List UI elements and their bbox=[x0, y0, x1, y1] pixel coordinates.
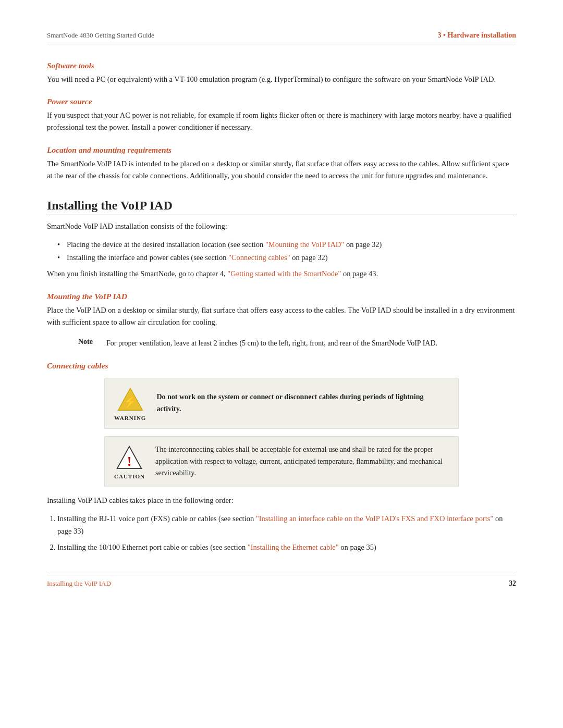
num2-after: on page 35) bbox=[339, 543, 376, 551]
header-right: 3 • Hardware installation bbox=[438, 31, 516, 40]
caution-box: ! CAUTION The interconnecting cables sha… bbox=[104, 436, 459, 487]
installing-voip-heading: Installing the VoIP IAD bbox=[47, 199, 516, 215]
software-tools-body: You will need a PC (or equivalent) with … bbox=[47, 73, 516, 85]
location-title: Location and mounting requirements bbox=[47, 145, 516, 155]
bullet-mounting-link[interactable]: "Mounting the VoIP IAD" bbox=[265, 240, 344, 249]
caution-icon-group: ! CAUTION bbox=[114, 444, 145, 479]
caution-label: CAUTION bbox=[114, 473, 145, 479]
mounting-section: Mounting the VoIP IAD Place the VoIP IAD… bbox=[47, 292, 516, 350]
power-source-section: Power source If you suspect that your AC… bbox=[47, 97, 516, 133]
bullet-item-cables: Installing the interface and power cable… bbox=[57, 251, 516, 264]
installing-intro: SmartNode VoIP IAD installation consists… bbox=[47, 220, 516, 233]
finish-para: When you finish installing the SmartNode… bbox=[47, 268, 516, 280]
connecting-section: Connecting cables ⚡ WARNING Do not work … bbox=[47, 361, 516, 554]
software-tools-title: Software tools bbox=[47, 61, 516, 70]
header-left: SmartNode 4830 Getting Started Guide bbox=[47, 31, 154, 40]
power-source-body: If you suspect that your AC power is not… bbox=[47, 109, 516, 133]
finish-link[interactable]: "Getting started with the SmartNode" bbox=[227, 269, 341, 278]
installing-bullet-list: Placing the device at the desired instal… bbox=[57, 238, 516, 264]
page: SmartNode 4830 Getting Started Guide 3 •… bbox=[0, 0, 563, 728]
caution-triangle-icon: ! bbox=[116, 444, 143, 471]
location-section: Location and mounting requirements The S… bbox=[47, 145, 516, 182]
svg-text:!: ! bbox=[127, 454, 132, 469]
finish-before: When you finish installing the SmartNode… bbox=[47, 269, 227, 278]
cables-numbered-list: Installing the RJ-11 voice port (FXS) ca… bbox=[57, 512, 516, 554]
finish-after: on page 43. bbox=[341, 269, 378, 278]
svg-text:⚡: ⚡ bbox=[123, 394, 138, 409]
num2-link[interactable]: "Installing the Ethernet cable" bbox=[248, 543, 339, 551]
connecting-title: Connecting cables bbox=[47, 361, 516, 371]
warning-bold-text: Do not work on the system or connect or … bbox=[156, 393, 423, 412]
header-chapter-number: 3 bbox=[438, 31, 442, 39]
note-text: For proper ventilation, leave at least 2… bbox=[106, 338, 437, 349]
installing-voip-section: Installing the VoIP IAD SmartNode VoIP I… bbox=[47, 199, 516, 280]
mounting-title: Mounting the VoIP IAD bbox=[47, 292, 516, 301]
numbered-item-1: Installing the RJ-11 voice port (FXS) ca… bbox=[57, 512, 516, 538]
page-footer: Installing the VoIP IAD 32 bbox=[47, 575, 516, 588]
bullet-mounting-after: on page 32) bbox=[344, 240, 382, 249]
bullet-mounting-before: Placing the device at the desired instal… bbox=[67, 240, 265, 249]
caution-text: The interconnecting cables shall be acce… bbox=[155, 444, 449, 479]
bullet-cables-before: Installing the interface and power cable… bbox=[67, 253, 228, 262]
bullet-item-mounting: Placing the device at the desired instal… bbox=[57, 238, 516, 251]
bullet-cables-link[interactable]: "Connecting cables" bbox=[228, 253, 290, 262]
numbered-item-2: Installing the 10/100 Ethernet port cabl… bbox=[57, 541, 516, 554]
footer-left: Installing the VoIP IAD bbox=[47, 579, 111, 588]
header-chapter-label: Hardware installation bbox=[447, 31, 516, 39]
note-block: Note For proper ventilation, leave at le… bbox=[78, 338, 516, 349]
cables-order-intro: Installing VoIP IAD cables takes place i… bbox=[47, 495, 516, 507]
num1-before: Installing the RJ-11 voice port (FXS) ca… bbox=[57, 514, 256, 523]
note-label: Note bbox=[78, 338, 98, 346]
num1-link[interactable]: "Installing an interface cable on the Vo… bbox=[256, 514, 494, 523]
power-source-title: Power source bbox=[47, 97, 516, 106]
mounting-body: Place the VoIP IAD on a desktop or simil… bbox=[47, 304, 516, 328]
num2-before: Installing the 10/100 Ethernet port cabl… bbox=[57, 543, 248, 551]
warning-label: WARNING bbox=[114, 415, 146, 421]
software-tools-section: Software tools You will need a PC (or eq… bbox=[47, 61, 516, 85]
warning-triangle-icon: ⚡ bbox=[117, 386, 144, 413]
footer-right: 32 bbox=[509, 579, 516, 588]
page-header: SmartNode 4830 Getting Started Guide 3 •… bbox=[47, 31, 516, 44]
bullet-cables-after: on page 32) bbox=[290, 253, 328, 262]
location-body: The SmartNode VoIP IAD is intended to be… bbox=[47, 158, 516, 182]
warning-text: Do not work on the system or connect or … bbox=[156, 391, 449, 415]
warning-icon-group: ⚡ WARNING bbox=[114, 386, 146, 421]
warning-box: ⚡ WARNING Do not work on the system or c… bbox=[104, 378, 459, 429]
